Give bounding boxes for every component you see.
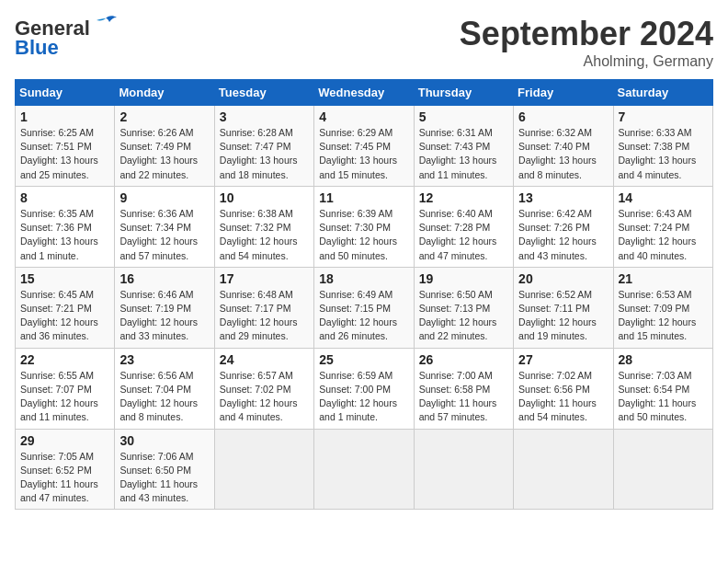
calendar-cell: 30Sunrise: 7:06 AMSunset: 6:50 PMDayligh… bbox=[115, 429, 214, 510]
day-number: 3 bbox=[220, 109, 309, 124]
calendar-table: SundayMondayTuesdayWednesdayThursdayFrid… bbox=[15, 79, 713, 510]
day-info: Sunrise: 6:42 AMSunset: 7:26 PMDaylight:… bbox=[518, 207, 608, 263]
title-block: September 2024 Aholming, Germany bbox=[460, 15, 713, 70]
calendar-cell: 26Sunrise: 7:00 AMSunset: 6:58 PMDayligh… bbox=[414, 348, 513, 429]
calendar-cell: 25Sunrise: 6:59 AMSunset: 7:00 PMDayligh… bbox=[314, 348, 414, 429]
day-number: 18 bbox=[319, 271, 408, 286]
calendar-cell: 27Sunrise: 7:02 AMSunset: 6:56 PMDayligh… bbox=[514, 348, 613, 429]
logo: General Blue bbox=[15, 15, 119, 60]
day-number: 19 bbox=[419, 271, 508, 286]
day-info: Sunrise: 6:29 AMSunset: 7:45 PMDaylight:… bbox=[319, 126, 408, 182]
calendar-week-row: 29Sunrise: 7:05 AMSunset: 6:52 PMDayligh… bbox=[16, 429, 713, 510]
calendar-cell: 23Sunrise: 6:56 AMSunset: 7:04 PMDayligh… bbox=[115, 348, 214, 429]
calendar-cell: 14Sunrise: 6:43 AMSunset: 7:24 PMDayligh… bbox=[613, 186, 712, 267]
calendar-cell: 24Sunrise: 6:57 AMSunset: 7:02 PMDayligh… bbox=[214, 348, 313, 429]
day-info: Sunrise: 6:43 AMSunset: 7:24 PMDaylight:… bbox=[619, 207, 708, 263]
calendar-week-row: 22Sunrise: 6:55 AMSunset: 7:07 PMDayligh… bbox=[16, 348, 713, 429]
calendar-week-row: 15Sunrise: 6:45 AMSunset: 7:21 PMDayligh… bbox=[16, 267, 713, 348]
day-number: 10 bbox=[220, 190, 309, 205]
day-number: 8 bbox=[20, 190, 109, 205]
calendar-header-row: SundayMondayTuesdayWednesdayThursdayFrid… bbox=[16, 80, 713, 106]
calendar-cell: 8Sunrise: 6:35 AMSunset: 7:36 PMDaylight… bbox=[16, 186, 115, 267]
col-header-saturday: Saturday bbox=[613, 80, 712, 106]
calendar-body: 1Sunrise: 6:25 AMSunset: 7:51 PMDaylight… bbox=[16, 106, 713, 510]
day-number: 27 bbox=[518, 352, 608, 367]
calendar-week-row: 8Sunrise: 6:35 AMSunset: 7:36 PMDaylight… bbox=[16, 186, 713, 267]
day-info: Sunrise: 6:36 AMSunset: 7:34 PMDaylight:… bbox=[119, 207, 209, 263]
calendar-cell: 3Sunrise: 6:28 AMSunset: 7:47 PMDaylight… bbox=[214, 106, 313, 187]
day-number: 30 bbox=[119, 433, 209, 448]
calendar-cell: 9Sunrise: 6:36 AMSunset: 7:34 PMDaylight… bbox=[115, 186, 214, 267]
day-info: Sunrise: 6:52 AMSunset: 7:11 PMDaylight:… bbox=[518, 288, 608, 344]
day-info: Sunrise: 6:55 AMSunset: 7:07 PMDaylight:… bbox=[20, 369, 109, 425]
day-info: Sunrise: 6:28 AMSunset: 7:47 PMDaylight:… bbox=[220, 126, 309, 182]
day-number: 22 bbox=[20, 352, 109, 367]
day-number: 29 bbox=[20, 433, 109, 448]
day-info: Sunrise: 6:38 AMSunset: 7:32 PMDaylight:… bbox=[220, 207, 309, 263]
day-number: 13 bbox=[518, 190, 608, 205]
col-header-friday: Friday bbox=[514, 80, 613, 106]
day-number: 12 bbox=[419, 190, 508, 205]
day-info: Sunrise: 6:46 AMSunset: 7:19 PMDaylight:… bbox=[119, 288, 209, 344]
day-info: Sunrise: 6:33 AMSunset: 7:38 PMDaylight:… bbox=[619, 126, 708, 182]
day-number: 2 bbox=[119, 109, 209, 124]
day-info: Sunrise: 7:00 AMSunset: 6:58 PMDaylight:… bbox=[419, 369, 508, 425]
calendar-cell bbox=[214, 429, 313, 510]
day-info: Sunrise: 6:50 AMSunset: 7:13 PMDaylight:… bbox=[419, 288, 508, 344]
day-number: 6 bbox=[518, 109, 608, 124]
day-info: Sunrise: 7:02 AMSunset: 6:56 PMDaylight:… bbox=[518, 369, 608, 425]
calendar-cell: 19Sunrise: 6:50 AMSunset: 7:13 PMDayligh… bbox=[414, 267, 513, 348]
calendar-cell: 20Sunrise: 6:52 AMSunset: 7:11 PMDayligh… bbox=[514, 267, 613, 348]
day-number: 26 bbox=[419, 352, 508, 367]
calendar-cell: 15Sunrise: 6:45 AMSunset: 7:21 PMDayligh… bbox=[16, 267, 115, 348]
day-info: Sunrise: 7:03 AMSunset: 6:54 PMDaylight:… bbox=[619, 369, 708, 425]
day-info: Sunrise: 6:53 AMSunset: 7:09 PMDaylight:… bbox=[619, 288, 708, 344]
calendar-cell: 29Sunrise: 7:05 AMSunset: 6:52 PMDayligh… bbox=[16, 429, 115, 510]
calendar-cell: 4Sunrise: 6:29 AMSunset: 7:45 PMDaylight… bbox=[314, 106, 414, 187]
calendar-week-row: 1Sunrise: 6:25 AMSunset: 7:51 PMDaylight… bbox=[16, 106, 713, 187]
calendar-cell: 6Sunrise: 6:32 AMSunset: 7:40 PMDaylight… bbox=[514, 106, 613, 187]
day-info: Sunrise: 6:25 AMSunset: 7:51 PMDaylight:… bbox=[20, 126, 109, 182]
day-number: 28 bbox=[619, 352, 708, 367]
location-subtitle: Aholming, Germany bbox=[460, 53, 713, 70]
day-info: Sunrise: 6:32 AMSunset: 7:40 PMDaylight:… bbox=[518, 126, 608, 182]
day-number: 4 bbox=[319, 109, 408, 124]
day-number: 21 bbox=[619, 271, 708, 286]
calendar-cell: 10Sunrise: 6:38 AMSunset: 7:32 PMDayligh… bbox=[214, 186, 313, 267]
col-header-sunday: Sunday bbox=[16, 80, 115, 106]
logo-bird-icon bbox=[93, 15, 119, 35]
day-info: Sunrise: 6:57 AMSunset: 7:02 PMDaylight:… bbox=[220, 369, 309, 425]
day-number: 11 bbox=[319, 190, 408, 205]
calendar-cell: 17Sunrise: 6:48 AMSunset: 7:17 PMDayligh… bbox=[214, 267, 313, 348]
calendar-cell bbox=[613, 429, 712, 510]
calendar-cell: 2Sunrise: 6:26 AMSunset: 7:49 PMDaylight… bbox=[115, 106, 214, 187]
calendar-cell: 28Sunrise: 7:03 AMSunset: 6:54 PMDayligh… bbox=[613, 348, 712, 429]
calendar-cell: 21Sunrise: 6:53 AMSunset: 7:09 PMDayligh… bbox=[613, 267, 712, 348]
calendar-cell: 18Sunrise: 6:49 AMSunset: 7:15 PMDayligh… bbox=[314, 267, 414, 348]
calendar-cell bbox=[514, 429, 613, 510]
calendar-cell: 7Sunrise: 6:33 AMSunset: 7:38 PMDaylight… bbox=[613, 106, 712, 187]
col-header-thursday: Thursday bbox=[414, 80, 513, 106]
month-title: September 2024 bbox=[460, 15, 713, 53]
day-number: 17 bbox=[220, 271, 309, 286]
day-number: 20 bbox=[518, 271, 608, 286]
logo-blue-text: Blue bbox=[15, 36, 59, 60]
page-header: General Blue September 2024 Aholming, Ge… bbox=[15, 15, 713, 70]
day-number: 1 bbox=[20, 109, 109, 124]
col-header-wednesday: Wednesday bbox=[314, 80, 414, 106]
calendar-cell: 11Sunrise: 6:39 AMSunset: 7:30 PMDayligh… bbox=[314, 186, 414, 267]
day-number: 25 bbox=[319, 352, 408, 367]
calendar-cell: 13Sunrise: 6:42 AMSunset: 7:26 PMDayligh… bbox=[514, 186, 613, 267]
day-number: 14 bbox=[619, 190, 708, 205]
day-number: 24 bbox=[220, 352, 309, 367]
day-info: Sunrise: 6:48 AMSunset: 7:17 PMDaylight:… bbox=[220, 288, 309, 344]
day-info: Sunrise: 6:26 AMSunset: 7:49 PMDaylight:… bbox=[119, 126, 209, 182]
day-info: Sunrise: 7:05 AMSunset: 6:52 PMDaylight:… bbox=[20, 450, 109, 506]
calendar-cell: 1Sunrise: 6:25 AMSunset: 7:51 PMDaylight… bbox=[16, 106, 115, 187]
calendar-cell bbox=[314, 429, 414, 510]
col-header-monday: Monday bbox=[115, 80, 214, 106]
day-number: 16 bbox=[119, 271, 209, 286]
calendar-cell: 5Sunrise: 6:31 AMSunset: 7:43 PMDaylight… bbox=[414, 106, 513, 187]
day-info: Sunrise: 6:39 AMSunset: 7:30 PMDaylight:… bbox=[319, 207, 408, 263]
day-number: 15 bbox=[20, 271, 109, 286]
